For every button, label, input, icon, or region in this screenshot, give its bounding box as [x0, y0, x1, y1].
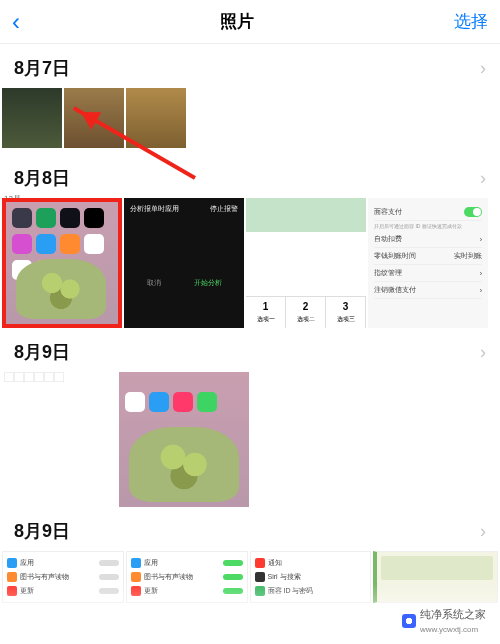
watermark: 纯净系统之家 www.ycwxtj.com	[398, 605, 490, 636]
shot-label: 停止报警	[210, 204, 238, 214]
section-date: 8月9日	[14, 519, 70, 543]
section-date: 8月8日	[14, 166, 70, 190]
watermark-logo-icon	[402, 614, 416, 628]
setting-label: 自动扣费	[374, 234, 402, 244]
section-date: 8月9日	[14, 340, 70, 364]
section-date: 8月7日	[14, 56, 70, 80]
section-header-aug9b[interactable]: 8月9日 ›	[0, 507, 500, 551]
photo-thumb[interactable]	[126, 88, 186, 148]
photo-thumb[interactable]: 应用 图书与有声读物 更新	[126, 551, 248, 603]
section-header-aug8[interactable]: 8月8日 ›	[0, 148, 500, 198]
toggle-on-icon	[464, 207, 482, 217]
photo-thumb[interactable]	[119, 372, 249, 507]
photo-thumb[interactable]: 通知 Siri 与搜索 面容 ID 与密码	[250, 551, 372, 603]
tab-num: 2	[303, 301, 309, 312]
photo-thumb-highlighted[interactable]	[2, 198, 122, 328]
watermark-text: 纯净系统之家	[420, 608, 486, 620]
select-button[interactable]: 选择	[454, 10, 488, 33]
photo-thumb[interactable]: 分析报单时应用 停止报警 取消 开始分析	[124, 198, 244, 328]
section-header-aug9[interactable]: 8月9日 ›	[0, 328, 500, 372]
chevron-right-icon: ›	[480, 521, 486, 542]
photo-thumb[interactable]	[373, 551, 498, 603]
nav-bar: ‹ 照片 选择	[0, 0, 500, 44]
back-chevron-icon[interactable]: ‹	[12, 8, 20, 36]
setting-sub: 开启后可通过面容 ID 验证快速完成付款	[374, 221, 482, 231]
photo-thumb[interactable]: 面容支付 开启后可通过面容 ID 验证快速完成付款 自动扣费› 零钱到账时间实时…	[368, 198, 488, 328]
chevron-right-icon: ›	[480, 58, 486, 79]
photo-thumb[interactable]	[2, 88, 62, 148]
shot-title: 分析报单时应用	[130, 204, 179, 214]
tab-num: 1	[263, 301, 269, 312]
thumb-row-aug8: 分析报单时应用 停止报警 取消 开始分析 1选项一 2选项二 3选项三 面容支付…	[0, 198, 500, 328]
chevron-right-icon: ›	[480, 342, 486, 363]
section-header-aug7[interactable]: 8月7日 ›	[0, 44, 500, 88]
setting-label: 零钱到账时间	[374, 251, 416, 261]
photo-thumb[interactable]: 应用 图书与有声读物 更新	[2, 551, 124, 603]
shot-button-label: 开始分析	[194, 278, 222, 288]
calendar-grid	[4, 372, 64, 382]
photo-thumb[interactable]: 1选项一 2选项二 3选项三	[246, 198, 366, 328]
setting-label: 指纹管理	[374, 268, 402, 278]
shot-button-label: 取消	[147, 278, 161, 288]
setting-label: 注销微信支付	[374, 285, 416, 295]
thumb-row-aug9b: 应用 图书与有声读物 更新 应用 图书与有声读物 更新 通知 Siri 与搜索 …	[0, 551, 500, 603]
setting-label: 面容支付	[374, 207, 402, 217]
nav-title: 照片	[220, 10, 254, 33]
chevron-right-icon: ›	[480, 168, 486, 189]
tab-num: 3	[343, 301, 349, 312]
watermark-url: www.ycwxtj.com	[420, 625, 478, 634]
